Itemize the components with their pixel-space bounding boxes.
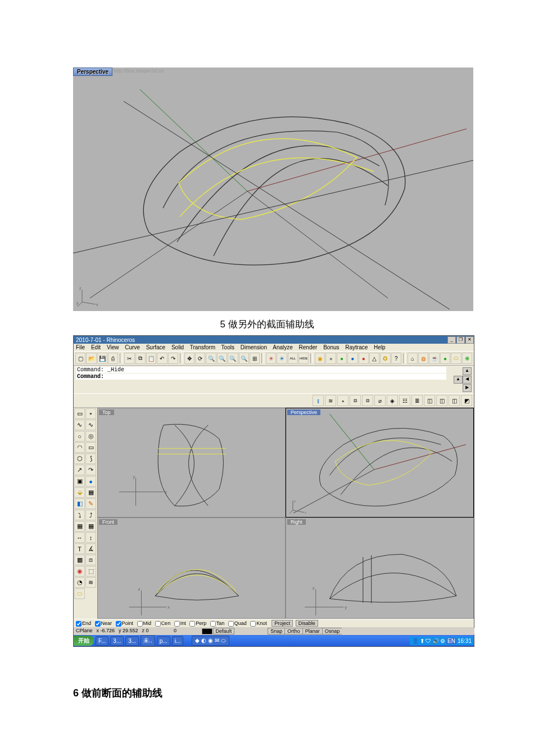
cmd-down-icon[interactable]: ▲: [454, 376, 463, 384]
cplane-icon[interactable]: ◈: [387, 395, 398, 406]
move-icon[interactable]: ✥: [184, 353, 194, 364]
hatch-icon[interactable]: ▩: [74, 555, 85, 565]
polyline-icon[interactable]: ∿: [74, 420, 85, 430]
options-icon[interactable]: ⌂: [408, 353, 418, 364]
boolean-icon[interactable]: ◧: [74, 498, 85, 509]
zoom-window-icon[interactable]: 🔍: [217, 353, 227, 364]
pan-icon[interactable]: ⊞: [250, 353, 260, 364]
curve-icon[interactable]: ∿: [85, 420, 96, 430]
cmd-left-icon[interactable]: ◀: [463, 376, 472, 384]
toggle-osnap[interactable]: Osnap: [322, 628, 343, 634]
cmd-up-icon[interactable]: ▲: [463, 367, 472, 375]
toggle-planar[interactable]: Planar: [302, 628, 323, 634]
new-icon[interactable]: ▢: [75, 353, 85, 364]
all-label-icon[interactable]: ALL: [288, 353, 298, 364]
menu-help[interactable]: Help: [374, 344, 386, 350]
osnap-knot[interactable]: Knot: [250, 620, 267, 626]
rebuild-icon[interactable]: ⫿: [313, 395, 324, 406]
hide-icon[interactable]: ⧈: [362, 395, 373, 406]
select-icon[interactable]: ▭: [74, 408, 85, 419]
command-prompt[interactable]: Command:: [76, 374, 446, 380]
dim2-icon[interactable]: ↕: [85, 532, 96, 543]
props-icon[interactable]: ☷: [399, 395, 410, 406]
osnap-mid[interactable]: Mid: [137, 620, 152, 626]
taskbar-item[interactable]: 3...: [125, 636, 139, 646]
paste-icon[interactable]: 📋: [146, 353, 156, 364]
ellipse-icon[interactable]: ◎: [85, 431, 96, 442]
cylinder-icon[interactable]: ⬙: [74, 487, 85, 498]
misc2-icon[interactable]: ◫: [436, 395, 447, 406]
minimize-button[interactable]: _: [447, 336, 456, 344]
toggle-ortho[interactable]: Ortho: [284, 628, 303, 634]
osnap-int[interactable]: Int: [174, 620, 186, 626]
osnap-point[interactable]: Point: [116, 620, 134, 626]
viewport-perspective[interactable]: Perspective zx: [286, 408, 474, 518]
show-icon[interactable]: ⧈: [350, 395, 361, 406]
lasso-icon[interactable]: ∘: [85, 408, 96, 419]
teapot-icon[interactable]: ☕: [429, 353, 439, 364]
sweep-icon[interactable]: ≋: [85, 577, 96, 588]
taskbar-quicklaunch[interactable]: ◆◐◉✉⬭: [192, 636, 229, 646]
taskbar-item[interactable]: 未..: [141, 635, 155, 646]
menu-solid[interactable]: Solid: [171, 344, 184, 350]
print-icon[interactable]: ⎙: [108, 353, 118, 364]
arc-icon[interactable]: ◠: [74, 442, 85, 453]
point-icon[interactable]: ∘: [337, 395, 349, 406]
misc3-icon[interactable]: ◫: [449, 395, 460, 406]
menu-raytrace[interactable]: Raytrace: [345, 344, 368, 350]
leader-icon[interactable]: ∡: [85, 543, 96, 554]
taskbar-item[interactable]: F...: [96, 636, 108, 646]
osnap-near[interactable]: Near: [95, 620, 112, 626]
zoom-extents-icon[interactable]: 🔍: [206, 353, 216, 364]
osnap-tan[interactable]: Tan: [210, 620, 225, 626]
section-icon[interactable]: ⧈: [85, 555, 96, 565]
sphere2-icon[interactable]: ●: [440, 353, 450, 364]
cone-icon[interactable]: △: [369, 353, 379, 364]
group-icon[interactable]: ▦: [74, 521, 85, 532]
menu-file[interactable]: File: [76, 344, 85, 350]
copy-icon[interactable]: ⧉: [135, 353, 146, 364]
toggle-snap[interactable]: Snap: [268, 628, 285, 634]
open-icon[interactable]: 📂: [86, 353, 96, 364]
render2-icon[interactable]: ◉: [74, 566, 85, 577]
viewport-front[interactable]: Front x z: [97, 518, 286, 619]
menu-dimension[interactable]: Dimension: [241, 344, 267, 350]
text-icon[interactable]: T: [74, 543, 85, 554]
start-button[interactable]: 开始: [74, 636, 94, 646]
layers-icon[interactable]: ≣: [411, 395, 423, 406]
taskbar-item[interactable]: p...: [157, 636, 170, 646]
osnap-perp[interactable]: Perp: [189, 620, 206, 626]
transform-icon[interactable]: ⤵: [74, 510, 85, 520]
freeform-icon[interactable]: ⟆: [85, 453, 96, 464]
osnap-project-button[interactable]: Project: [271, 620, 293, 627]
osnap-end[interactable]: End: [76, 620, 91, 626]
misc5-icon[interactable]: ⬚: [85, 566, 96, 577]
rotate-icon[interactable]: ⟳: [195, 353, 205, 364]
dim-icon[interactable]: ↔: [74, 532, 85, 543]
help-icon[interactable]: ?: [391, 353, 401, 364]
maximize-button[interactable]: ❐: [456, 336, 465, 344]
menu-analyze[interactable]: Analyze: [273, 344, 293, 350]
close-button[interactable]: ✕: [465, 336, 474, 344]
cut-icon[interactable]: ✂: [124, 353, 134, 364]
osnap-quad[interactable]: Quad: [228, 620, 247, 626]
menu-edit[interactable]: Edit: [91, 344, 101, 350]
tray-icon[interactable]: ⚙: [440, 638, 445, 644]
osnap-disable-button[interactable]: Disable: [296, 620, 318, 627]
viewport-right[interactable]: Right y z: [286, 518, 474, 619]
render-icon[interactable]: ☀: [277, 353, 287, 364]
osnap-cen[interactable]: Cen: [155, 620, 171, 626]
sphere-blue-icon[interactable]: ●: [347, 353, 357, 364]
menu-curve[interactable]: Curve: [125, 344, 140, 350]
zoom-dynamic-icon[interactable]: 🔍: [239, 353, 249, 364]
menu-render[interactable]: Render: [299, 344, 318, 350]
menu-bonus[interactable]: Bonus: [323, 344, 339, 350]
misc1-icon[interactable]: ◫: [424, 395, 435, 406]
tree-icon[interactable]: ❋: [462, 353, 472, 364]
zoom-selected-icon[interactable]: 🔍: [228, 353, 238, 364]
tray-icon[interactable]: 🔊: [432, 638, 439, 644]
edit-icon[interactable]: ✎: [85, 498, 96, 509]
save-icon[interactable]: 💾: [97, 353, 107, 364]
shade-icon[interactable]: ☀: [266, 353, 276, 364]
sphere-red-icon[interactable]: ●: [359, 353, 369, 364]
